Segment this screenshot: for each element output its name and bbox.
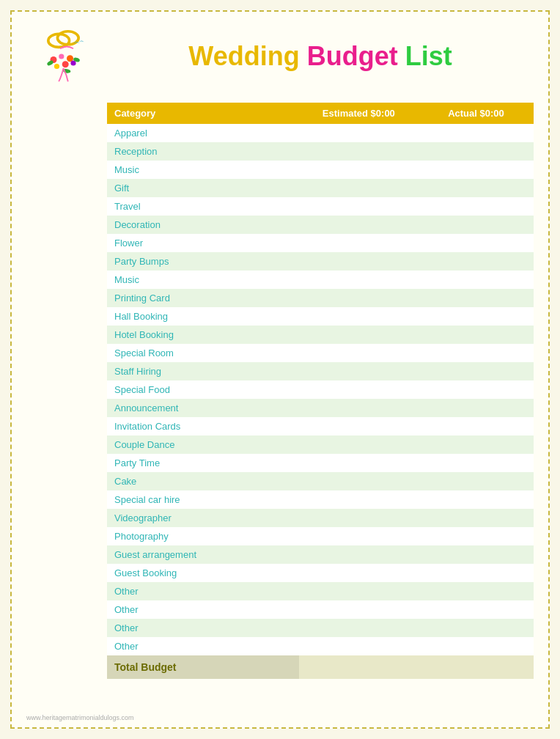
- row-estimated: [299, 600, 419, 619]
- row-estimated: [299, 564, 419, 582]
- row-estimated: [299, 326, 419, 344]
- row-actual: [419, 326, 534, 344]
- row-estimated: [299, 179, 419, 197]
- title-budget: Budget: [307, 41, 398, 71]
- row-category: Hall Booking: [107, 307, 299, 326]
- row-category: Other: [107, 619, 299, 637]
- table-row: Guest arrangement: [107, 545, 534, 564]
- table-row: Party Bumps: [107, 252, 534, 271]
- svg-point-6: [62, 61, 69, 67]
- header-actual: Actual $0:00: [419, 103, 534, 124]
- row-actual: [419, 380, 534, 399]
- table-row: Other: [107, 600, 534, 619]
- row-category: Music: [107, 161, 299, 179]
- title-area: Wedding Budget List: [107, 42, 534, 71]
- row-actual: [419, 344, 534, 362]
- row-category: Gift: [107, 179, 299, 197]
- row-estimated: [299, 124, 419, 142]
- row-category: Other: [107, 637, 299, 655]
- row-actual: [419, 435, 534, 454]
- row-estimated: [299, 490, 419, 509]
- table-row: Photography: [107, 527, 534, 545]
- row-estimated: [299, 252, 419, 271]
- row-category: Decoration: [107, 216, 299, 234]
- table-row: Apparel: [107, 124, 534, 142]
- row-actual: [419, 271, 534, 289]
- row-category: Photography: [107, 527, 299, 545]
- row-actual: [419, 161, 534, 179]
- row-actual: [419, 454, 534, 472]
- table-row: Party Time: [107, 454, 534, 472]
- logo-area: [26, 23, 107, 89]
- total-row: Total Budget: [107, 655, 534, 679]
- row-category: Apparel: [107, 124, 299, 142]
- table-row: Printing Card: [107, 289, 534, 307]
- row-category: Party Bumps: [107, 252, 299, 271]
- svg-point-5: [54, 64, 59, 69]
- row-estimated: [299, 545, 419, 564]
- row-category: Music: [107, 271, 299, 289]
- table-row: Guest Booking: [107, 564, 534, 582]
- watermark: www.heritagematrimonialdulogs.com: [26, 714, 134, 721]
- row-actual: [419, 509, 534, 527]
- table-row: Flower: [107, 234, 534, 252]
- row-category: Guest arrangement: [107, 545, 299, 564]
- table-row: Cake: [107, 472, 534, 490]
- table-wrapper: Category Estimated $0:00 Actual $0:00 Ap…: [107, 103, 534, 679]
- total-actual: [419, 655, 534, 679]
- row-estimated: [299, 307, 419, 326]
- table-row: Special Room: [107, 344, 534, 362]
- table-row: Other: [107, 582, 534, 600]
- table-row: Special Food: [107, 380, 534, 399]
- row-actual: [419, 216, 534, 234]
- table-row: Gift: [107, 179, 534, 197]
- row-actual: [419, 179, 534, 197]
- page-title: Wedding Budget List: [107, 42, 534, 71]
- row-category: Printing Card: [107, 289, 299, 307]
- row-actual: [419, 234, 534, 252]
- row-estimated: [299, 344, 419, 362]
- row-estimated: [299, 362, 419, 380]
- table-row: Music: [107, 161, 534, 179]
- row-category: Guest Booking: [107, 564, 299, 582]
- table-row: Travel: [107, 197, 534, 216]
- row-estimated: [299, 509, 419, 527]
- row-category: Special car hire: [107, 490, 299, 509]
- row-category: Other: [107, 600, 299, 619]
- row-category: Cake: [107, 472, 299, 490]
- row-estimated: [299, 637, 419, 655]
- header-estimated: Estimated $0:00: [299, 103, 419, 124]
- row-estimated: [299, 582, 419, 600]
- row-actual: [419, 362, 534, 380]
- row-category: Reception: [107, 142, 299, 161]
- page-container: Wedding Budget List Category Estimated $…: [10, 10, 550, 729]
- row-category: Staff Hiring: [107, 362, 299, 380]
- row-actual: [419, 564, 534, 582]
- row-estimated: [299, 142, 419, 161]
- row-actual: [419, 490, 534, 509]
- row-estimated: [299, 472, 419, 490]
- row-estimated: [299, 399, 419, 417]
- row-estimated: [299, 527, 419, 545]
- table-row: Hall Booking: [107, 307, 534, 326]
- row-category: Special Food: [107, 380, 299, 399]
- header: Wedding Budget List: [26, 23, 534, 89]
- table-row: Invitation Cards: [107, 417, 534, 435]
- row-estimated: [299, 454, 419, 472]
- row-estimated: [299, 619, 419, 637]
- row-estimated: [299, 161, 419, 179]
- table-row: Staff Hiring: [107, 362, 534, 380]
- row-estimated: [299, 234, 419, 252]
- row-estimated: [299, 197, 419, 216]
- row-category: Announcement: [107, 399, 299, 417]
- row-actual: [419, 619, 534, 637]
- row-actual: [419, 307, 534, 326]
- row-category: Hotel Booking: [107, 326, 299, 344]
- row-estimated: [299, 216, 419, 234]
- table-row: Music: [107, 271, 534, 289]
- row-category: Other: [107, 582, 299, 600]
- row-actual: [419, 399, 534, 417]
- row-category: Videographer: [107, 509, 299, 527]
- table-row: Reception: [107, 142, 534, 161]
- table-row: Hotel Booking: [107, 326, 534, 344]
